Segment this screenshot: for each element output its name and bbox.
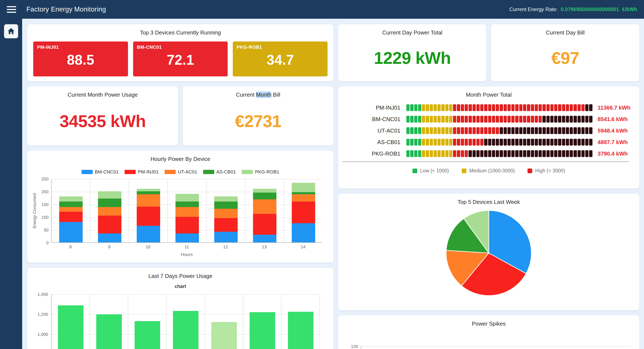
month-usage-value: 34535 kWh [60, 111, 146, 131]
bar-segment [578, 116, 581, 123]
bar-segment [519, 150, 522, 157]
stacked-bar-hour-8[interactable] [59, 196, 83, 242]
bar-segment [527, 127, 530, 134]
bar-segment [574, 150, 577, 157]
bar-segment [535, 104, 538, 111]
bar-segment [410, 104, 413, 111]
bar-segment [468, 127, 472, 134]
bar-segment [410, 150, 413, 157]
bar-segment [550, 104, 554, 111]
bar-segment [542, 104, 546, 111]
bar-segment [562, 139, 565, 146]
day-bar[interactable] [58, 305, 84, 349]
bar-segment [523, 139, 526, 146]
bar-segment [554, 104, 557, 111]
bar-segment [531, 104, 534, 111]
stacked-bar-hour-13[interactable] [253, 189, 276, 242]
segment-bar[interactable] [406, 127, 592, 134]
month-bar-row: PKG-ROB13790.4 kWh [342, 150, 632, 157]
month-bar-row: UT-AC015948.4 kWh [342, 127, 632, 134]
stacked-bar-hour-14[interactable] [292, 183, 315, 242]
bar-segment [519, 116, 522, 123]
stacked-bar-hour-10[interactable] [137, 189, 160, 242]
bar-segment [468, 150, 472, 157]
bar-segment [496, 150, 499, 157]
day-bar[interactable] [96, 314, 122, 349]
legend-PKG-ROB1[interactable]: PKG-ROB1 [242, 169, 279, 175]
day-bar[interactable] [288, 312, 314, 349]
legend-BM-CNC01[interactable]: BM-CNC01 [82, 169, 118, 175]
bar-segment [535, 127, 538, 134]
day-bar[interactable] [173, 311, 198, 349]
x-tick: 8 [51, 245, 90, 249]
bar-segment [488, 104, 491, 111]
day-bar[interactable] [134, 321, 160, 349]
bar-segment [508, 139, 511, 146]
bar-segment [426, 150, 429, 157]
bar-segment [468, 139, 472, 146]
bar-segment [449, 139, 452, 146]
bar-segment [418, 150, 421, 157]
UT-AC01-segment [59, 207, 83, 212]
bar-segment [546, 150, 550, 157]
UT-AC01-segment [214, 209, 238, 218]
bar-segment [488, 150, 491, 157]
segment-bar[interactable] [406, 150, 592, 157]
bar-segment [496, 104, 499, 111]
sidebar-item-home[interactable] [0, 24, 22, 38]
device-tile-PKG-ROB1: PKG-ROB134.7 [233, 41, 328, 76]
PKG-ROB1-segment [253, 189, 276, 193]
bar-segment [500, 150, 503, 157]
menu-icon[interactable] [7, 5, 16, 14]
segment-bar[interactable] [406, 116, 592, 123]
divider [342, 162, 629, 162]
bar-segment [457, 139, 460, 146]
UT-AC01-segment [98, 207, 122, 216]
legend-item: Medium (1000-3000) [462, 168, 515, 174]
bar-segment [434, 104, 437, 111]
bar-segment [582, 139, 584, 146]
dashboard-content: Top 3 Devices Currently Running PM-INJ01… [22, 19, 644, 349]
PM-INJ01-segment [214, 218, 238, 232]
legend-label: PKG-ROB1 [255, 169, 279, 175]
bar-segment [558, 139, 561, 146]
legend-swatch [203, 170, 214, 174]
menu-bar [7, 12, 16, 13]
legend-UT-AC01[interactable]: UT-AC01 [164, 169, 197, 175]
bar-segment [461, 150, 464, 157]
bar-segment [492, 116, 495, 123]
card-power-spikes: Power Spikes 130 [338, 315, 639, 349]
month-legend: Low (< 1000)Medium (1000-3000)High (> 30… [338, 168, 639, 174]
bar-segment [418, 116, 421, 123]
bar-segment [480, 104, 484, 111]
y-tick: 50 [44, 228, 48, 233]
PKG-ROB1-segment [292, 183, 315, 192]
y-tick: 1,200 [38, 312, 48, 317]
bar-segment [445, 116, 448, 123]
bar-segment [546, 139, 550, 146]
bar-segment [531, 116, 534, 123]
day-bar[interactable] [211, 322, 237, 349]
PM-INJ01-segment [176, 217, 199, 233]
stacked-bar-hour-11[interactable] [176, 194, 199, 242]
legend-swatch [124, 170, 136, 174]
stacked-bar-hour-9[interactable] [98, 191, 122, 242]
bar-segment [445, 127, 448, 134]
legend-PM-INJ01[interactable]: PM-INJ01 [124, 169, 159, 175]
bar-segment [527, 139, 530, 146]
stacked-bar-hour-12[interactable] [214, 196, 238, 242]
device-label: PKG-ROB1 [342, 150, 406, 157]
day-bar[interactable] [250, 312, 275, 349]
last7-plot [51, 294, 320, 349]
bar-segment [527, 104, 530, 111]
bar-segment [480, 127, 484, 134]
bar-segment [465, 127, 468, 134]
segment-bar[interactable] [406, 104, 592, 111]
bar-segment [422, 139, 425, 146]
bar-segment [574, 127, 577, 134]
bar-segment [558, 150, 561, 157]
legend-AS-CB01[interactable]: AS-CB01 [203, 169, 236, 175]
bar-segment [449, 150, 452, 157]
bar-segment [492, 104, 495, 111]
segment-bar[interactable] [406, 139, 592, 146]
